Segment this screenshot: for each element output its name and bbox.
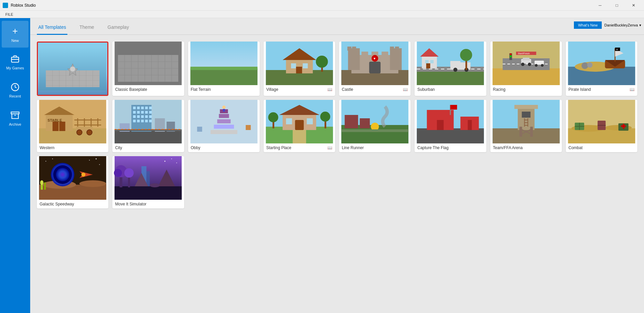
svg-rect-50 bbox=[382, 52, 388, 57]
briefcase-icon bbox=[11, 55, 19, 64]
template-card-racing[interactable]: Start/Finish bbox=[490, 42, 562, 96]
template-card-village[interactable]: Village 📖 bbox=[264, 42, 335, 96]
template-card-western[interactable]: STABLE bbox=[37, 100, 108, 152]
svg-rect-171 bbox=[345, 115, 358, 128]
template-card-suburban[interactable]: Suburban bbox=[415, 42, 486, 96]
app-title: Roblox Studio bbox=[11, 3, 36, 8]
template-card-pirate-island[interactable]: ☠ Pirate Island 📖 bbox=[566, 42, 637, 96]
svg-rect-230 bbox=[128, 176, 130, 187]
username-label: DanielBuckleyZenva bbox=[604, 23, 638, 27]
template-card-move-it-simulator[interactable]: Move It Simulator bbox=[112, 156, 184, 208]
template-card-baseplate[interactable]: Baseplate bbox=[37, 42, 108, 96]
svg-rect-174 bbox=[341, 129, 409, 132]
title-bar-controls: ─ □ ✕ bbox=[592, 0, 641, 11]
svg-rect-135 bbox=[145, 115, 148, 118]
template-name-starting-place: Starting Place bbox=[266, 145, 291, 150]
sidebar-item-archive[interactable]: Archive bbox=[2, 105, 29, 132]
template-card-line-runner[interactable]: Line Runner bbox=[339, 100, 411, 152]
file-menu[interactable]: FILE bbox=[3, 12, 16, 17]
svg-rect-176 bbox=[417, 128, 484, 143]
app-icon bbox=[3, 3, 8, 8]
svg-point-118 bbox=[87, 130, 92, 135]
svg-rect-34 bbox=[190, 67, 257, 70]
template-name-castle: Castle bbox=[342, 87, 353, 92]
svg-point-18 bbox=[70, 66, 75, 72]
whats-new-button[interactable]: What's New bbox=[574, 21, 601, 29]
svg-rect-148 bbox=[210, 130, 237, 134]
template-card-team-ffa-arena[interactable]: Team/FFA Arena bbox=[490, 100, 562, 152]
template-card-galactic-speedway[interactable]: Galactic Speedway bbox=[37, 156, 108, 208]
template-label-racing: Racing bbox=[490, 85, 562, 94]
svg-point-91 bbox=[541, 64, 543, 67]
template-name-move-it-simulator: Move It Simulator bbox=[115, 202, 146, 206]
maximize-button[interactable]: □ bbox=[609, 0, 625, 11]
template-card-obby[interactable]: Obby bbox=[188, 100, 260, 152]
svg-rect-151 bbox=[219, 114, 229, 118]
pirate-book-icon: 📖 bbox=[630, 87, 635, 92]
svg-point-90 bbox=[535, 64, 537, 67]
svg-rect-206 bbox=[623, 124, 624, 129]
plus-icon: + bbox=[12, 26, 18, 37]
svg-text:☠: ☠ bbox=[615, 48, 618, 51]
user-menu[interactable]: DanielBuckleyZenva ▾ bbox=[602, 21, 644, 29]
template-card-city[interactable]: City bbox=[112, 100, 184, 152]
sidebar-item-mygames[interactable]: My Games bbox=[2, 49, 29, 76]
template-card-combat[interactable]: Combat bbox=[566, 100, 637, 152]
template-thumb-village bbox=[264, 42, 335, 85]
svg-rect-68 bbox=[430, 60, 434, 63]
tab-theme[interactable]: Theme bbox=[78, 20, 96, 35]
template-card-starting-place[interactable]: Starting Place 📖 bbox=[264, 100, 335, 152]
template-thumb-castle: ♥ bbox=[339, 42, 411, 85]
svg-rect-184 bbox=[492, 128, 559, 143]
template-label-capture-the-flag: Capture The Flag bbox=[415, 143, 486, 152]
svg-rect-77 bbox=[492, 68, 559, 85]
svg-rect-52 bbox=[348, 48, 360, 70]
title-bar-left: Roblox Studio bbox=[3, 3, 36, 8]
template-label-team-ffa-arena: Team/FFA Arena bbox=[490, 143, 562, 152]
template-label-galactic-speedway: Galactic Speedway bbox=[37, 200, 108, 208]
minimize-button[interactable]: ─ bbox=[592, 0, 608, 11]
template-name-galactic-speedway: Galactic Speedway bbox=[40, 202, 74, 206]
svg-point-87 bbox=[521, 63, 524, 66]
svg-point-237 bbox=[164, 161, 165, 162]
template-label-village: Village 📖 bbox=[264, 85, 335, 94]
template-label-pirate-island: Pirate Island 📖 bbox=[566, 85, 637, 94]
sidebar-item-new-label: New bbox=[11, 39, 19, 43]
sidebar: + New My Games Recent bbox=[0, 18, 30, 313]
template-thumb-move-it-simulator bbox=[112, 156, 184, 200]
svg-rect-57 bbox=[395, 47, 399, 51]
template-card-capture-the-flag[interactable]: Capture The Flag bbox=[415, 100, 486, 152]
template-thumb-combat bbox=[566, 100, 637, 143]
svg-point-219 bbox=[89, 160, 90, 161]
template-card-castle[interactable]: ♥ Castle 📖 bbox=[339, 42, 411, 96]
svg-rect-33 bbox=[190, 68, 257, 85]
svg-rect-134 bbox=[141, 115, 144, 118]
svg-rect-164 bbox=[295, 120, 304, 130]
svg-point-220 bbox=[99, 164, 100, 165]
sidebar-item-recent[interactable]: Recent bbox=[2, 77, 29, 104]
svg-rect-54 bbox=[352, 47, 356, 51]
archive-icon bbox=[11, 111, 19, 120]
template-name-classic-baseplate: Classic Baseplate bbox=[115, 87, 147, 92]
svg-rect-39 bbox=[291, 63, 296, 68]
svg-point-223 bbox=[40, 180, 44, 185]
tab-gameplay[interactable]: Gameplay bbox=[106, 20, 130, 35]
svg-point-238 bbox=[171, 159, 172, 159]
svg-rect-191 bbox=[522, 112, 530, 118]
close-button[interactable]: ✕ bbox=[626, 0, 641, 11]
svg-rect-136 bbox=[149, 115, 152, 118]
svg-point-117 bbox=[77, 130, 82, 135]
svg-rect-69 bbox=[426, 63, 430, 68]
tab-all-templates[interactable]: All Templates bbox=[37, 20, 67, 35]
sidebar-item-new[interactable]: + New bbox=[2, 21, 29, 48]
template-thumb-city bbox=[112, 100, 184, 143]
template-thumb-flat-terrain bbox=[188, 42, 260, 85]
template-thumb-baseplate bbox=[38, 43, 107, 95]
template-card-flat-terrain[interactable]: Flat Terrain bbox=[188, 42, 260, 96]
svg-point-102 bbox=[587, 62, 592, 68]
svg-rect-124 bbox=[141, 107, 144, 109]
template-name-team-ffa-arena: Team/FFA Arena bbox=[493, 145, 523, 150]
template-card-classic-baseplate[interactable]: Classic Baseplate bbox=[112, 42, 184, 96]
sidebar-item-recent-label: Recent bbox=[9, 94, 21, 98]
svg-text:♥: ♥ bbox=[374, 57, 376, 60]
